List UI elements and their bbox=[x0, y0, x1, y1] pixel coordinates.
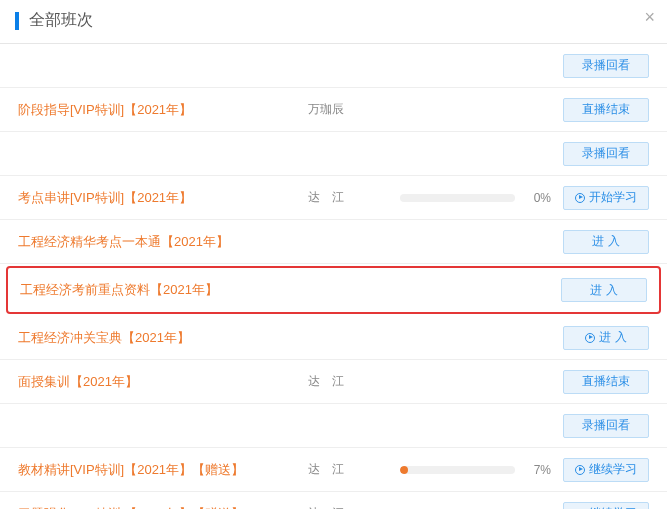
play-icon bbox=[575, 193, 585, 203]
action-cell: 继续学习 bbox=[563, 458, 649, 482]
play-icon bbox=[575, 465, 585, 475]
list-row: 教材精讲[VIP特训]【2021年】【赠送】达 江7%继续学习 bbox=[0, 448, 667, 492]
action-button[interactable]: 直播结束 bbox=[563, 98, 649, 122]
action-button[interactable]: 继续学习 bbox=[563, 458, 649, 482]
list-row: 工程经济考前重点资料【2021年】进 入 bbox=[8, 268, 659, 312]
action-button[interactable]: 录播回看 bbox=[563, 142, 649, 166]
action-button-label: 直播结束 bbox=[582, 373, 630, 390]
course-list: 录播回看阶段指导[VIP特训]【2021年】万珈辰直播结束录播回看考点串讲[VI… bbox=[0, 44, 667, 509]
progress-percent: 0% bbox=[523, 191, 551, 205]
header-accent-bar bbox=[15, 12, 19, 30]
action-button[interactable]: 进 入 bbox=[561, 278, 647, 302]
action-cell: 录播回看 bbox=[563, 142, 649, 166]
list-row: 工程经济冲关宝典【2021年】进 入 bbox=[0, 316, 667, 360]
action-button-label: 进 入 bbox=[592, 233, 619, 250]
action-cell: 录播回看 bbox=[563, 54, 649, 78]
action-button-label: 进 入 bbox=[599, 329, 626, 346]
teacher-name: 达 江 bbox=[308, 505, 363, 509]
course-title[interactable]: 习题强化[VIP特训]【2021年】【赠送】 bbox=[18, 505, 308, 510]
list-row: 录播回看 bbox=[0, 404, 667, 448]
course-title[interactable]: 阶段指导[VIP特训]【2021年】 bbox=[18, 101, 308, 119]
action-button-label: 继续学习 bbox=[589, 461, 637, 478]
close-icon[interactable]: × bbox=[644, 8, 655, 26]
course-title[interactable]: 工程经济冲关宝典【2021年】 bbox=[18, 329, 308, 347]
action-button[interactable]: 继续学习 bbox=[563, 502, 649, 510]
teacher-name: 万珈辰 bbox=[308, 101, 363, 118]
progress-bar bbox=[400, 194, 515, 202]
action-button[interactable]: 录播回看 bbox=[563, 414, 649, 438]
list-row: 录播回看 bbox=[0, 44, 667, 88]
action-cell: 开始学习 bbox=[563, 186, 649, 210]
teacher-name: 达 江 bbox=[308, 461, 363, 478]
action-cell: 进 入 bbox=[561, 278, 647, 302]
action-cell: 进 入 bbox=[563, 230, 649, 254]
progress-bar bbox=[400, 466, 515, 474]
action-button-label: 录播回看 bbox=[582, 145, 630, 162]
progress-percent: 7% bbox=[523, 463, 551, 477]
action-cell: 直播结束 bbox=[563, 98, 649, 122]
action-button[interactable]: 直播结束 bbox=[563, 370, 649, 394]
action-button-label: 录播回看 bbox=[582, 417, 630, 434]
list-row: 录播回看 bbox=[0, 132, 667, 176]
header: 全部班次 × bbox=[0, 0, 667, 44]
action-button-label: 开始学习 bbox=[589, 189, 637, 206]
teacher-name: 达 江 bbox=[308, 189, 363, 206]
action-button-label: 继续学习 bbox=[589, 505, 637, 509]
list-row: 习题强化[VIP特训]【2021年】【赠送】达 江1%继续学习 bbox=[0, 492, 667, 509]
course-title[interactable]: 工程经济考前重点资料【2021年】 bbox=[20, 281, 310, 299]
progress-cell: 0% bbox=[363, 191, 563, 205]
list-row: 工程经济精华考点一本通【2021年】进 入 bbox=[0, 220, 667, 264]
action-button[interactable]: 录播回看 bbox=[563, 54, 649, 78]
progress-fill bbox=[400, 466, 408, 474]
course-title[interactable]: 面授集训【2021年】 bbox=[18, 373, 308, 391]
teacher-name: 达 江 bbox=[308, 373, 363, 390]
course-title[interactable]: 工程经济精华考点一本通【2021年】 bbox=[18, 233, 308, 251]
play-icon bbox=[585, 333, 595, 343]
course-title[interactable]: 教材精讲[VIP特训]【2021年】【赠送】 bbox=[18, 461, 308, 479]
action-button[interactable]: 进 入 bbox=[563, 326, 649, 350]
action-cell: 进 入 bbox=[563, 326, 649, 350]
list-row: 面授集训【2021年】达 江直播结束 bbox=[0, 360, 667, 404]
highlighted-row: 工程经济考前重点资料【2021年】进 入 bbox=[6, 266, 661, 314]
action-button[interactable]: 进 入 bbox=[563, 230, 649, 254]
action-cell: 直播结束 bbox=[563, 370, 649, 394]
list-row: 阶段指导[VIP特训]【2021年】万珈辰直播结束 bbox=[0, 88, 667, 132]
action-button-label: 进 入 bbox=[590, 282, 617, 299]
action-button-label: 录播回看 bbox=[582, 57, 630, 74]
list-row: 考点串讲[VIP特训]【2021年】达 江0%开始学习 bbox=[0, 176, 667, 220]
action-button[interactable]: 开始学习 bbox=[563, 186, 649, 210]
progress-cell: 7% bbox=[363, 463, 563, 477]
action-button-label: 直播结束 bbox=[582, 101, 630, 118]
action-cell: 继续学习 bbox=[563, 502, 649, 510]
action-cell: 录播回看 bbox=[563, 414, 649, 438]
course-title[interactable]: 考点串讲[VIP特训]【2021年】 bbox=[18, 189, 308, 207]
page-title: 全部班次 bbox=[29, 10, 93, 31]
